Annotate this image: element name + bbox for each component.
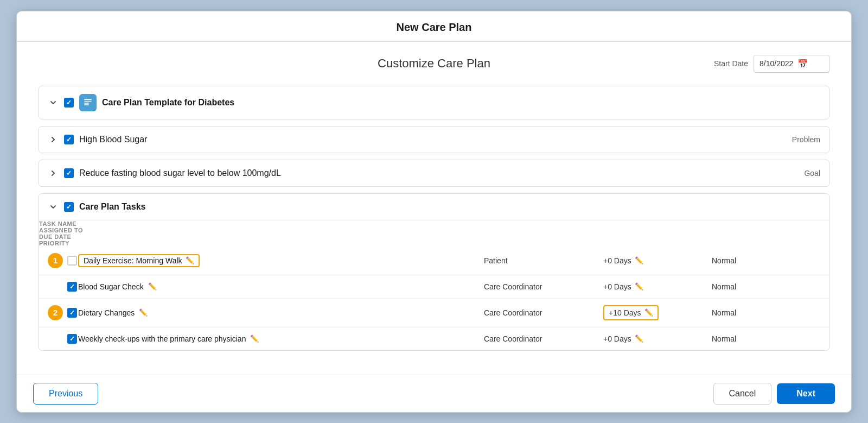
task-2-due: +0 Days ✏️ (603, 282, 712, 291)
task-2-due-text: +0 Days (603, 282, 631, 291)
task-3-name: Dietary Changes ✏️ (78, 308, 484, 317)
customize-header: Customize Care Plan Start Date 8/10/2022… (39, 55, 829, 73)
modal-body: Customize Care Plan Start Date 8/10/2022… (17, 42, 851, 375)
table-row: Blood Sugar Check ✏️ Care Coordinator +0… (39, 275, 829, 299)
task-1-name: Daily Exercise: Morning Walk ✏️ (78, 254, 484, 267)
task-4-checkbox[interactable] (67, 334, 77, 344)
task-1-assigned: Patient (484, 256, 603, 265)
task-1-checkbox[interactable] (67, 256, 77, 266)
template-checkbox[interactable] (64, 98, 74, 108)
task-2-due-edit-icon[interactable]: ✏️ (635, 282, 643, 291)
footer-right: Cancel Next (713, 383, 835, 405)
table-row: Weekly check-ups with the primary care p… (39, 327, 829, 350)
next-button[interactable]: Next (777, 383, 835, 404)
task-4-due-text: +0 Days (603, 334, 631, 343)
col-due-date: Due Date (39, 233, 829, 240)
start-date-value: 8/10/2022 (760, 59, 793, 68)
task-3-due: +10 Days ✏️ (603, 305, 712, 320)
modal-title-text: New Care Plan (397, 21, 472, 33)
tasks-checkbox[interactable] (64, 202, 74, 212)
task-3-edit-icon[interactable]: ✏️ (139, 308, 148, 317)
task-4-due-edit-icon[interactable]: ✏️ (635, 334, 643, 343)
task-1-name-highlight: Daily Exercise: Morning Walk ✏️ (78, 254, 200, 267)
template-row: Care Plan Template for Diabetes (39, 86, 829, 119)
goal-type: Goal (804, 169, 820, 178)
task-2-name-text: Blood Sugar Check (78, 282, 144, 291)
start-date-label: Start Date (714, 59, 748, 68)
task-3-due-highlight: +10 Days ✏️ (603, 305, 659, 320)
task-1-priority: Normal (712, 256, 820, 265)
modal-container: New Care Plan Customize Care Plan Start … (16, 11, 852, 413)
template-icon (79, 94, 97, 111)
goal-card: Reduce fasting blood sugar level to belo… (39, 160, 829, 187)
task-3-due-edit-icon[interactable]: ✏️ (644, 308, 653, 317)
task-3-name-text: Dietary Changes (78, 308, 135, 317)
tasks-section-header: Care Plan Tasks (39, 194, 829, 220)
problem-checkbox[interactable] (64, 135, 74, 144)
problem-type: Problem (792, 135, 820, 144)
cancel-button[interactable]: Cancel (713, 383, 772, 405)
task-3-checkbox[interactable] (67, 308, 77, 318)
task-2-priority: Normal (712, 282, 820, 291)
task-4-name: Weekly check-ups with the primary care p… (78, 334, 484, 343)
task-2-name: Blood Sugar Check ✏️ (78, 282, 484, 291)
task-2-checkbox[interactable] (67, 282, 77, 292)
tasks-chevron-icon[interactable] (48, 201, 59, 212)
template-card: Care Plan Template for Diabetes (39, 86, 829, 119)
start-date-field[interactable]: 8/10/2022 📅 (754, 55, 829, 73)
template-name: Care Plan Template for Diabetes (102, 98, 820, 108)
task-3-priority: Normal (712, 308, 820, 317)
problem-card: High Blood Sugar Problem (39, 126, 829, 153)
template-chevron-icon[interactable] (48, 97, 59, 108)
task-3-assigned: Care Coordinator (484, 308, 603, 317)
task-1-due-edit-icon[interactable]: ✏️ (635, 256, 643, 264)
goal-checkbox[interactable] (64, 168, 74, 178)
task-1-due: +0 Days ✏️ (603, 256, 712, 265)
goal-label: Reduce fasting blood sugar level to belo… (79, 168, 799, 178)
modal-footer: Previous Cancel Next (17, 375, 851, 412)
customize-title: Customize Care Plan (302, 56, 566, 71)
task-2-assigned: Care Coordinator (484, 282, 603, 291)
task-4-priority: Normal (712, 334, 820, 343)
col-task-name: Task Name (39, 220, 829, 227)
task-4-edit-icon[interactable]: ✏️ (250, 334, 259, 343)
task-2-edit-icon[interactable]: ✏️ (148, 282, 157, 291)
task-4-name-text: Weekly check-ups with the primary care p… (78, 334, 246, 343)
goal-row: Reduce fasting blood sugar level to belo… (39, 160, 829, 186)
table-row: 1 Daily Exercise: Morning Walk ✏️ Patien… (39, 247, 829, 275)
start-date-wrapper: Start Date 8/10/2022 📅 (566, 55, 829, 73)
calendar-icon: 📅 (797, 59, 812, 69)
task-1-name-text: Daily Exercise: Morning Walk (84, 256, 182, 265)
col-assigned-to: Assigned To (39, 227, 829, 233)
task-4-assigned: Care Coordinator (484, 334, 603, 343)
table-row: 2 Dietary Changes ✏️ Care Coordinator +1… (39, 299, 829, 327)
goal-chevron-icon[interactable] (48, 168, 59, 179)
tasks-section: Care Plan Tasks Task Name Assigned To Du… (39, 193, 829, 351)
badge-1: 1 (48, 253, 63, 268)
tasks-column-headers: Task Name Assigned To Due Date Priority (39, 220, 829, 247)
problem-chevron-icon[interactable] (48, 134, 59, 145)
previous-button[interactable]: Previous (33, 383, 98, 405)
tasks-section-label: Care Plan Tasks (79, 202, 145, 212)
problem-row: High Blood Sugar Problem (39, 127, 829, 153)
badge-2: 2 (48, 305, 63, 320)
task-1-due-text: +0 Days (603, 256, 631, 265)
task-1-edit-icon[interactable]: ✏️ (186, 256, 194, 264)
task-3-due-text: +10 Days (609, 308, 641, 317)
problem-label: High Blood Sugar (79, 135, 787, 144)
task-4-due: +0 Days ✏️ (603, 334, 712, 343)
col-priority: Priority (39, 240, 829, 247)
modal-title: New Care Plan (17, 11, 851, 42)
